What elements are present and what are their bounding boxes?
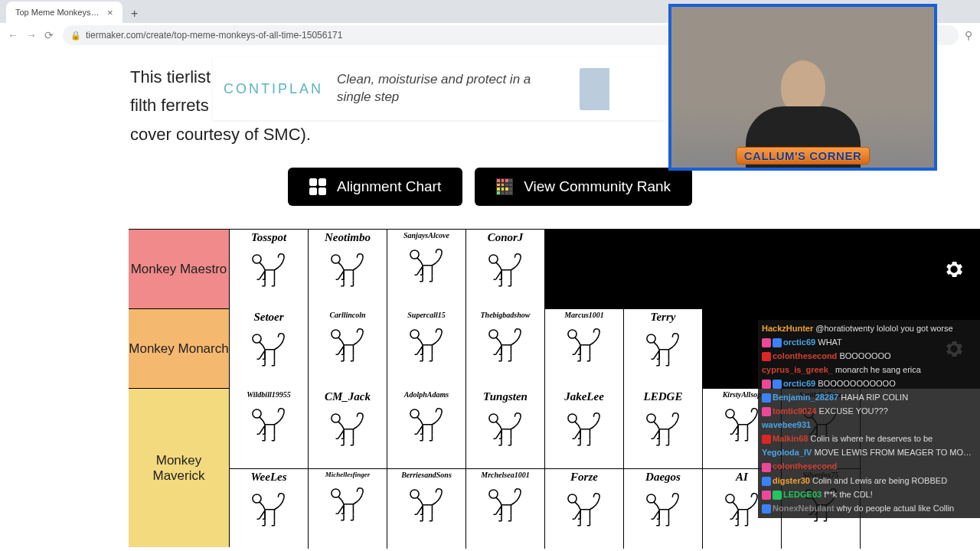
tier-item[interactable]: Carllincoln: [309, 309, 387, 389]
chat-username[interactable]: orctic69: [783, 337, 815, 347]
tier-item-name: Marcus1001: [564, 311, 604, 319]
chat-text: WHAT: [818, 337, 842, 347]
forward-icon[interactable]: →: [26, 29, 37, 41]
chat-message: cyprus_is_greek_ monarch he sang erica: [762, 364, 976, 377]
rank-icon: [496, 178, 513, 195]
chat-username[interactable]: tomtic9024: [773, 406, 816, 416]
tier-item[interactable]: Tungsten: [466, 389, 545, 468]
chat-username[interactable]: Malkin68: [773, 434, 808, 443]
chat-text: monarch he sang erica: [835, 365, 921, 374]
grid-icon: [309, 178, 326, 195]
tier-item[interactable]: JakeLee: [545, 389, 624, 468]
chat-username[interactable]: HackzHunter: [762, 324, 813, 333]
monkey-icon: [324, 481, 371, 529]
ad-banner[interactable]: CONTIPLAN Clean, moisturise and protect …: [213, 57, 665, 120]
ad-product-image: [580, 68, 654, 110]
tier-item[interactable]: Wildbill19955: [230, 389, 309, 468]
tier-item[interactable]: Setoer: [230, 309, 309, 389]
tier-item[interactable]: Marcus1001: [545, 309, 624, 389]
new-tab-button[interactable]: +: [126, 5, 144, 23]
monkey-icon: [639, 487, 687, 534]
chat-username[interactable]: cyprus_is_greek_: [762, 365, 833, 374]
chat-username[interactable]: Yegoloda_IV: [762, 448, 812, 457]
browser-tab[interactable]: Top Meme Monkeys of ... ×: [6, 2, 122, 23]
monkey-icon: [560, 487, 608, 534]
tier-items: Tosspot Neotimbo SanjaysAlcove ConorJ: [230, 230, 545, 308]
url-text: tiermaker.com/create/top-meme-monkeys-of…: [86, 30, 342, 41]
back-icon[interactable]: ←: [8, 29, 18, 41]
tier-item-name: CM_Jack: [325, 390, 371, 403]
chat-message: HackzHunter @horatiotwenty lololol you g…: [762, 322, 976, 335]
tier-item[interactable]: ConorJ: [466, 230, 545, 309]
chat-username[interactable]: colonthesecond: [773, 461, 837, 471]
chat-message: Malkin68 Colin is where he deserves to b…: [762, 432, 976, 445]
monkey-icon: [482, 322, 529, 370]
monkey-icon: [245, 327, 292, 374]
tier-item[interactable]: Tosspot: [230, 230, 309, 309]
chat-message: colonthesecond: [762, 460, 976, 473]
tier-item[interactable]: WeeLes: [230, 469, 309, 549]
chat-username[interactable]: NonexNebulant: [773, 504, 835, 513]
chat-badge-icon: [762, 380, 771, 389]
tier-label[interactable]: Monkey Maverick: [129, 389, 230, 547]
tier-item[interactable]: Daegos: [624, 469, 703, 549]
tier-label[interactable]: Monkey Monarch: [129, 309, 230, 388]
chat-badge-icon: [773, 491, 782, 500]
tier-item[interactable]: Supercall15: [387, 309, 466, 389]
tier-item-name: LEDGE: [644, 390, 683, 403]
chat-username[interactable]: wavebee931: [762, 420, 811, 429]
close-icon[interactable]: ×: [107, 7, 113, 18]
chat-username[interactable]: digster30: [773, 476, 810, 485]
chat-message: Benjamin_28287 HAHA RIP COLIN: [762, 391, 976, 404]
chat-username[interactable]: colonthesecond: [773, 351, 837, 360]
tier-item[interactable]: BerriesandSons: [387, 469, 466, 549]
tier-item[interactable]: Forze: [545, 469, 624, 549]
tier-item-name: Tungsten: [483, 390, 528, 403]
alignment-chart-button[interactable]: Alignment Chart: [288, 168, 462, 206]
tier-item[interactable]: Thebigbadshow: [466, 309, 545, 389]
chat-text: @horatiotwenty lololol you got worse: [815, 324, 952, 333]
tier-row: Monkey Maestro Tosspot Neotimbo SanjaysA…: [129, 229, 980, 308]
tier-item[interactable]: Michellesfinger: [309, 469, 387, 549]
search-icon[interactable]: ⚲: [965, 29, 972, 41]
gear-icon[interactable]: [943, 259, 965, 280]
tier-item[interactable]: LEDGE: [624, 389, 703, 468]
monkey-icon: [403, 402, 450, 449]
tier-item-name: Forze: [570, 471, 598, 484]
tier-item[interactable]: CM_Jack: [309, 389, 387, 468]
monkey-icon: [245, 487, 292, 534]
community-rank-button[interactable]: View Community Rank: [475, 168, 692, 206]
reload-icon[interactable]: ⟳: [44, 29, 54, 41]
tier-item-name: Neotimbo: [325, 231, 371, 244]
chat-message: LEDGE03 f**k the CDL!: [762, 488, 976, 501]
tier-label[interactable]: Monkey Maestro: [129, 230, 230, 308]
tier-item[interactable]: Terry: [624, 309, 703, 389]
chat-username[interactable]: LEDGE03: [783, 490, 822, 499]
alignment-chart-label: Alignment Chart: [337, 178, 441, 195]
chat-username[interactable]: Benjamin_28287: [773, 393, 838, 402]
chat-text: Colin and Lewis are being ROBBED: [812, 476, 947, 485]
tier-item[interactable]: Neotimbo: [309, 230, 387, 309]
tier-dark-strip: [545, 230, 980, 309]
tier-item[interactable]: AdolphAdams: [387, 389, 466, 468]
chat-text: why do people actual like Collin: [837, 504, 954, 513]
monkey-icon: [245, 247, 292, 295]
tier-item[interactable]: SanjaysAlcove: [387, 230, 466, 309]
chat-badge-icon: [762, 407, 771, 416]
chat-text: BOOOOOOO: [839, 351, 890, 360]
chat-badge-icon: [762, 338, 771, 347]
chat-badge-icon: [762, 477, 771, 486]
tier-item-name: Thebigbadshow: [480, 311, 530, 319]
monkey-icon: [245, 402, 292, 449]
webcam-title-badge: CALLUM'S CORNER: [736, 147, 871, 165]
monkey-icon: [403, 322, 450, 370]
chat-badge-icon: [762, 491, 771, 500]
chat-username[interactable]: orctic69: [783, 379, 815, 388]
tier-item-name: SanjaysAlcove: [403, 231, 449, 240]
webcam-overlay: CALLUM'S CORNER: [668, 4, 937, 171]
chat-overlay[interactable]: HackzHunter @horatiotwenty lololol you g…: [758, 320, 980, 518]
chat-badge-icon: [762, 435, 771, 444]
chat-message: digster30 Colin and Lewis are being ROBB…: [762, 474, 976, 487]
monkey-icon: [482, 406, 529, 454]
tier-item[interactable]: Mrchelsea1001: [466, 469, 545, 549]
